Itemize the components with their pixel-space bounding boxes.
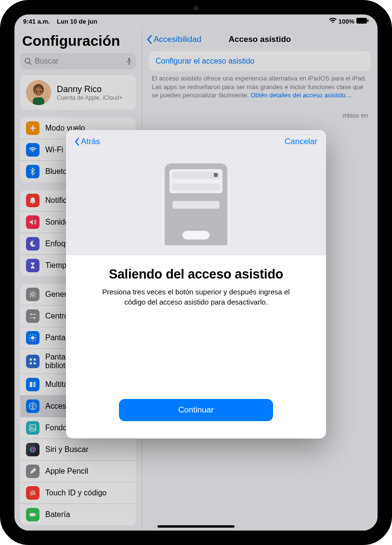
wifi-icon (26, 143, 39, 157)
modal-cancel-button[interactable]: Cancelar (285, 137, 317, 146)
svg-rect-30 (33, 382, 36, 387)
profile-card[interactable]: Danny Rico Cuenta de Apple, iCloud+ (20, 75, 136, 110)
moon-icon (26, 237, 39, 251)
sidebar-item-siri[interactable]: Siri y Buscar (20, 439, 136, 461)
back-label: Accesibilidad (154, 35, 201, 44)
sidebar-item-touchid[interactable]: Touch ID y código (20, 482, 136, 504)
sidebar-item-label: Batería (45, 510, 70, 519)
svg-rect-38 (35, 514, 36, 516)
svg-point-16 (31, 336, 34, 339)
brightness-icon (26, 331, 39, 345)
hourglass-icon (26, 259, 39, 272)
svg-point-2 (25, 58, 30, 63)
device-illustration (66, 153, 326, 255)
svg-line-3 (29, 63, 31, 65)
svg-point-10 (40, 91, 41, 93)
sidebar-item-label: Wi-Fi (45, 146, 63, 154)
bell-icon (26, 194, 39, 207)
modal-title: Saliendo del acceso asistido (109, 267, 283, 282)
avatar (26, 80, 51, 105)
status-bar: 9:41 a.m. Lun 10 de jun 100% (14, 14, 378, 28)
svg-point-7 (35, 87, 42, 96)
status-time: 9:41 a.m. (23, 18, 50, 25)
modal-body-text: Presiona tres veces el botón superior y … (100, 287, 292, 307)
svg-rect-29 (30, 382, 32, 387)
sidebar-title: Configuración (14, 30, 142, 53)
svg-rect-37 (30, 513, 35, 517)
search-field[interactable]: Buscar (20, 53, 136, 69)
svg-rect-8 (33, 97, 44, 105)
search-placeholder: Buscar (35, 57, 126, 66)
chevron-left-icon (75, 137, 80, 146)
svg-point-35 (30, 447, 36, 452)
mic-icon[interactable] (126, 57, 132, 65)
svg-point-14 (34, 317, 36, 319)
battery-icon (26, 508, 39, 521)
airplane-icon (26, 121, 39, 135)
switches-icon (26, 309, 39, 323)
back-button[interactable]: Accesibilidad (147, 35, 201, 44)
svg-point-36 (31, 448, 34, 451)
battery-status-icon (356, 18, 369, 25)
profile-subtitle: Cuenta de Apple, iCloud+ (57, 94, 122, 101)
svg-point-12 (30, 314, 32, 316)
svg-rect-26 (34, 358, 36, 360)
configure-assistive-access[interactable]: Configurar el acceso asistido (149, 51, 371, 71)
front-camera (194, 6, 198, 11)
detail-navbar: Accesibilidad Acceso asistido (142, 28, 378, 51)
svg-line-24 (35, 335, 36, 336)
modal-back-button[interactable]: Atrás (75, 137, 100, 146)
siri-icon (26, 443, 39, 456)
sidebar-item-label: Siri y Buscar (45, 445, 89, 454)
gear-icon (26, 288, 39, 301)
svg-rect-0 (356, 18, 367, 24)
sidebar-item-pencil[interactable]: Apple Pencil (20, 461, 136, 482)
sidebar-item-label: Apple Pencil (45, 467, 88, 476)
fingerprint-icon (26, 486, 39, 500)
sidebar-item-battery[interactable]: Batería (20, 504, 136, 525)
multitask-icon (26, 378, 39, 391)
speaker-icon (26, 215, 39, 229)
svg-point-9 (36, 91, 38, 93)
ipad-frame: 9:41 a.m. Lun 10 de jun 100% Configuraci… (0, 0, 392, 545)
accessibility-icon (26, 399, 39, 413)
search-icon (24, 57, 32, 65)
svg-rect-1 (367, 19, 368, 22)
continue-button[interactable]: Continuar (119, 399, 273, 421)
chevron-left-icon (147, 35, 153, 44)
svg-rect-27 (30, 362, 32, 364)
modal-header-area: Atrás Cancelar (66, 130, 326, 255)
learn-more-link[interactable]: Obtén detalles del acceso asistido… (250, 92, 352, 99)
status-date: Lun 10 de jun (57, 18, 97, 25)
wifi-status-icon (329, 18, 337, 25)
profile-name: Danny Rico (57, 84, 122, 94)
bluetooth-icon (26, 165, 39, 178)
pencil-icon (26, 465, 39, 478)
grid-icon (26, 355, 39, 368)
assistive-access-description: El acceso asistido ofrece una experienci… (152, 74, 368, 100)
svg-point-11 (31, 293, 34, 295)
svg-line-23 (30, 340, 31, 341)
battery-percent: 100% (339, 18, 354, 25)
svg-line-22 (35, 340, 36, 341)
svg-line-21 (30, 335, 31, 336)
page-title: Acceso asistido (229, 35, 291, 44)
svg-rect-33 (30, 425, 36, 431)
assistive-access-exit-modal: Atrás Cancelar Saliendo del acceso asist… (66, 130, 326, 439)
truncated-text: mbios en (152, 111, 368, 120)
home-indicator[interactable] (157, 525, 235, 528)
modal-back-label: Atrás (81, 137, 100, 146)
svg-rect-4 (128, 58, 130, 62)
svg-rect-28 (34, 362, 36, 364)
svg-point-32 (32, 404, 34, 405)
svg-rect-25 (30, 358, 32, 360)
sidebar-item-label: Touch ID y código (45, 489, 106, 497)
wallpaper-icon (26, 421, 39, 435)
